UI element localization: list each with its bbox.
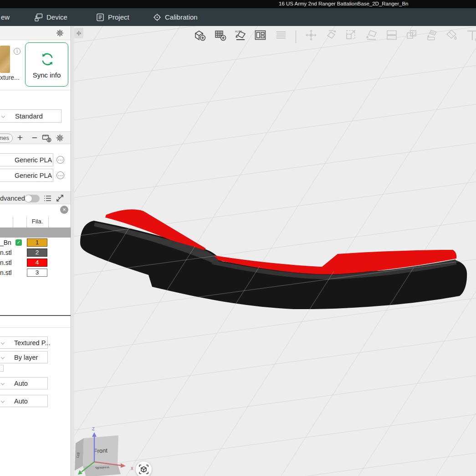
auto-1-value: Auto bbox=[14, 378, 28, 389]
add-plate-icon[interactable] bbox=[214, 29, 228, 45]
cut-icon[interactable] bbox=[385, 29, 399, 45]
chevron-down-icon bbox=[1, 355, 5, 359]
rotate-icon[interactable] bbox=[325, 29, 338, 45]
chevron-down-icon bbox=[1, 341, 5, 344]
advanced-bar: dvanced bbox=[0, 191, 71, 204]
sidebar-collapse-handle[interactable]: ‹|› bbox=[74, 28, 83, 38]
split-objects-icon[interactable] bbox=[275, 29, 288, 45]
table-header: Fila. bbox=[0, 217, 71, 228]
filament-2-dropdown[interactable]: Generic PLA bbox=[0, 169, 53, 182]
filament-settings-gear-icon[interactable] bbox=[56, 134, 64, 144]
tab-calibration[interactable]: Calibration bbox=[153, 8, 198, 26]
filament-1-more-button[interactable]: … bbox=[56, 156, 64, 164]
sync-info-button[interactable]: Sync info bbox=[25, 42, 68, 87]
ams-icon[interactable] bbox=[42, 134, 52, 145]
list-view-icon[interactable] bbox=[43, 194, 52, 204]
printer-settings-gear-icon[interactable] bbox=[56, 29, 64, 39]
object-name: n.stl bbox=[0, 248, 12, 258]
scene-canvas[interactable]: Front Left Bottom z x y bbox=[74, 26, 476, 476]
flushing-volumes-pill[interactable]: mes bbox=[0, 134, 13, 143]
object-name: n.stl bbox=[0, 268, 12, 278]
filament-toolbar: mes + − bbox=[0, 131, 71, 144]
move-icon[interactable] bbox=[305, 29, 318, 45]
column-divider bbox=[48, 217, 49, 228]
filament-cell[interactable]: 3 bbox=[27, 269, 47, 277]
nav-cube[interactable]: Front Left Bottom z x y bbox=[75, 425, 133, 476]
checkbox-checked[interactable]: ✓ bbox=[15, 239, 22, 246]
filament-cell[interactable]: 1 bbox=[27, 238, 47, 247]
auto-dropdown-2[interactable]: Auto bbox=[0, 395, 48, 407]
calibration-icon bbox=[153, 13, 162, 22]
filament-cell[interactable]: 4 bbox=[27, 259, 47, 267]
printer-plate-thumbnail[interactable] bbox=[0, 46, 10, 73]
printer-plate-label: xture... bbox=[0, 74, 20, 81]
lay-on-face-icon[interactable] bbox=[365, 29, 379, 45]
object-name: n.stl bbox=[0, 258, 12, 268]
divider bbox=[0, 90, 71, 90]
auto-dropdown-1[interactable]: Auto bbox=[0, 377, 48, 389]
toolbar-separator bbox=[296, 31, 296, 43]
plate-type-dropdown[interactable]: Textured P... bbox=[0, 336, 48, 349]
project-icon bbox=[96, 13, 105, 22]
support-paint-icon[interactable] bbox=[425, 29, 439, 45]
color-paint-icon[interactable] bbox=[445, 29, 459, 45]
application-window: 16 US Army 2nd Ranger BattalionBase_2D_R… bbox=[0, 0, 476, 476]
advanced-toggle[interactable] bbox=[25, 195, 40, 202]
plate-type-value: Textured P... bbox=[14, 337, 51, 348]
window-title: 16 US Army 2nd Ranger BattalionBase_2D_R… bbox=[279, 1, 408, 6]
model-ranger-banner[interactable] bbox=[74, 26, 476, 476]
table-row[interactable]: n.stl ✓ 2 bbox=[0, 248, 71, 258]
divider bbox=[0, 327, 71, 328]
tab-preview-partial[interactable]: ew bbox=[1, 8, 10, 26]
objects-table: Fila. _Bn ✓ 1 n.stl ✓ 2 n.stl ✓ 4 n.stl … bbox=[0, 217, 71, 278]
scale-icon[interactable] bbox=[345, 29, 358, 45]
column-divider bbox=[13, 217, 13, 228]
process-preset-dropdown[interactable]: Standard bbox=[0, 109, 61, 123]
view-gizmo-button[interactable] bbox=[136, 461, 152, 476]
tab-project[interactable]: Project bbox=[96, 8, 129, 26]
y-axis-arrow bbox=[78, 470, 82, 475]
clone-icon[interactable] bbox=[405, 29, 419, 45]
parameter-table-icon[interactable] bbox=[56, 194, 64, 204]
filament-column-header: Fila. bbox=[26, 218, 48, 225]
tab-preview-label: ew bbox=[1, 13, 10, 21]
close-icon[interactable]: × bbox=[60, 206, 68, 214]
sidebar: i xture... Sync info Standard mes + − bbox=[0, 26, 71, 476]
section-divider bbox=[0, 315, 71, 316]
filament-2-value: Generic PLA bbox=[15, 169, 52, 181]
text-tool-icon[interactable] bbox=[466, 29, 476, 45]
chevron-down-icon bbox=[1, 114, 5, 118]
info-icon[interactable]: i bbox=[14, 48, 20, 55]
table-row[interactable]: n.stl ✓ 4 bbox=[0, 258, 71, 268]
plate-group-row[interactable] bbox=[0, 228, 71, 238]
add-object-icon[interactable] bbox=[194, 29, 207, 45]
titlebar: 16 US Army 2nd Ranger BattalionBase_2D_R… bbox=[0, 0, 476, 8]
sidebar-top-strip bbox=[0, 26, 71, 40]
arrange-icon[interactable] bbox=[254, 29, 268, 45]
table-row[interactable]: n.stl ✓ 3 bbox=[0, 268, 71, 278]
add-filament-button[interactable]: + bbox=[15, 132, 25, 145]
process-preset-value: Standard bbox=[15, 110, 43, 122]
sync-info-label: Sync info bbox=[26, 71, 68, 79]
filament-1-dropdown[interactable]: Generic PLA bbox=[0, 153, 53, 166]
remove-filament-button[interactable]: − bbox=[30, 132, 39, 145]
filament-2-more-button[interactable]: … bbox=[56, 171, 64, 179]
z-axis-label: z bbox=[92, 425, 95, 432]
viewport-3d[interactable]: Front Left Bottom z x y ‹|› bbox=[74, 26, 476, 476]
toggle-knob bbox=[25, 195, 32, 202]
small-input-partial[interactable] bbox=[0, 365, 4, 372]
object-name: _Bn bbox=[0, 238, 11, 248]
tab-project-label: Project bbox=[108, 13, 129, 21]
filament-cell[interactable]: 2 bbox=[27, 248, 47, 257]
chevron-down-icon bbox=[1, 381, 5, 385]
chevron-down-icon bbox=[1, 399, 5, 403]
auto-orient-icon[interactable]: AUTO bbox=[234, 29, 248, 45]
table-row[interactable]: _Bn ✓ 1 bbox=[0, 238, 71, 248]
sync-icon bbox=[39, 51, 56, 69]
auto-2-value: Auto bbox=[14, 395, 28, 407]
tab-device[interactable]: Device bbox=[34, 8, 67, 26]
tab-device-label: Device bbox=[46, 13, 67, 21]
svg-text:AUTO: AUTO bbox=[235, 30, 242, 33]
tab-calibration-label: Calibration bbox=[165, 13, 198, 21]
by-layer-dropdown[interactable]: By layer bbox=[0, 351, 48, 363]
